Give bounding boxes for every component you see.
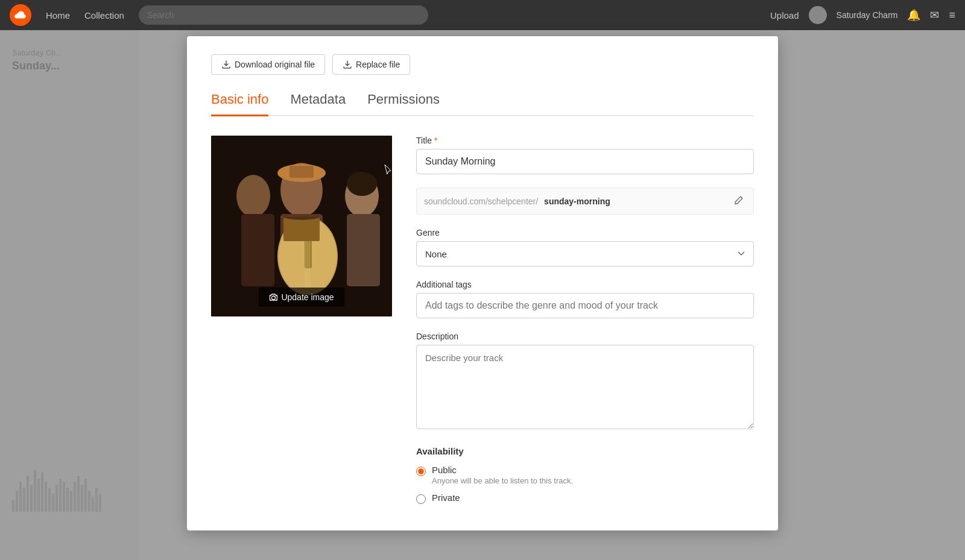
svg-rect-4 (290, 166, 314, 178)
url-prefix: soundcloud.com/schelpcenter/ (424, 197, 538, 206)
title-required-marker: * (434, 136, 437, 145)
availability-label: Availability (416, 446, 754, 456)
replace-icon (343, 60, 352, 69)
modal-toolbar: Download original file Replace file (211, 54, 754, 75)
svg-point-15 (347, 172, 377, 196)
nav-menu-icon[interactable]: ≡ (949, 9, 955, 22)
title-label: Title * (416, 136, 754, 145)
genre-select[interactable]: None Electronic Rock Pop Hip-Hop Jazz Cl… (416, 241, 754, 266)
image-area: Update image (211, 136, 392, 511)
genre-field-group: Genre None Electronic Rock Pop Hip-Hop J… (416, 228, 754, 266)
title-field-group: Title * (416, 136, 754, 174)
tab-bar: Basic info Metadata Permissions (211, 92, 754, 116)
pencil-icon (734, 195, 744, 205)
public-label: Public (432, 465, 573, 475)
private-radio[interactable] (416, 494, 426, 504)
private-label: Private (432, 492, 460, 503)
search-input[interactable] (139, 5, 428, 25)
public-option: Public Anyone will be able to listen to … (416, 465, 754, 485)
svg-rect-14 (347, 214, 380, 286)
modal-overlay: Download original file Replace file Basi… (0, 30, 965, 560)
svg-point-17 (271, 296, 275, 300)
title-input[interactable] (416, 149, 754, 174)
tags-field-group: Additional tags (416, 280, 754, 318)
tags-input[interactable] (416, 293, 754, 318)
genre-label: Genre (416, 228, 754, 238)
username-label: Saturday Charm (837, 10, 898, 20)
user-avatar[interactable] (809, 6, 827, 24)
public-radio[interactable] (416, 467, 426, 476)
nav-right: Upload Saturday Charm 🔔 ✉ ≡ (770, 6, 955, 24)
camera-icon (269, 293, 277, 301)
nav-collection[interactable]: Collection (84, 10, 124, 20)
svg-point-11 (236, 175, 270, 217)
availability-section: Availability Public Anyone will be able … (416, 446, 754, 504)
url-slug: sunday-morning (544, 197, 610, 206)
download-original-button[interactable]: Download original file (211, 54, 325, 75)
download-icon (221, 60, 231, 69)
replace-file-button[interactable]: Replace file (332, 54, 410, 75)
private-option: Private (416, 492, 754, 504)
public-desc: Anyone will be able to listen to this tr… (432, 476, 573, 485)
nav-home[interactable]: Home (46, 10, 70, 20)
nav-notifications-icon[interactable]: 🔔 (907, 8, 920, 22)
nav-upload[interactable]: Upload (770, 10, 799, 20)
description-field-group: Description (416, 332, 754, 432)
tags-label: Additional tags (416, 280, 754, 289)
update-image-button[interactable]: Update image (258, 288, 344, 307)
nav-messages-icon[interactable]: ✉ (930, 8, 939, 22)
tab-basic-info[interactable]: Basic info (211, 92, 268, 116)
description-label: Description (416, 332, 754, 341)
svg-rect-12 (241, 214, 274, 286)
tab-permissions[interactable]: Permissions (367, 92, 440, 116)
form-layout: Update image Title * soundcloud.com/sche… (211, 136, 754, 511)
url-edit-button[interactable] (732, 193, 746, 209)
tab-metadata[interactable]: Metadata (290, 92, 346, 116)
svg-rect-16 (283, 217, 320, 241)
form-fields: Title * soundcloud.com/schelpcenter/sund… (416, 136, 754, 511)
track-image-container: Update image (211, 136, 392, 316)
edit-track-modal: Download original file Replace file Basi… (187, 36, 778, 530)
top-navigation: Home Collection Upload Saturday Charm 🔔 … (0, 0, 965, 30)
url-row: soundcloud.com/schelpcenter/sunday-morni… (416, 187, 754, 215)
description-textarea[interactable] (416, 345, 754, 429)
soundcloud-logo[interactable] (10, 4, 31, 26)
